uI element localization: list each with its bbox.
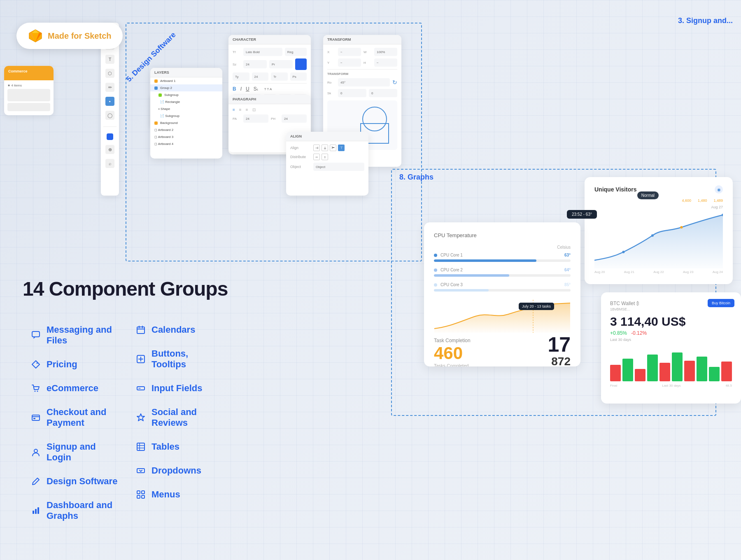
comp-buttons[interactable]: Buttons, Tooltips — [128, 343, 233, 376]
sketch-layers-panel: LAYERS Artboard 1 Group 2 Subgroup 📄 Rec… — [150, 68, 222, 159]
task-total-stat: 17 872 — [548, 334, 571, 366]
ecommerce-content: ★ 4 items — [4, 80, 54, 114]
visitor-stat-2: 1,480 — [698, 198, 707, 203]
btc-down: -0.12% — [631, 330, 647, 336]
input-field-icon — [136, 383, 146, 393]
comp-dropdowns[interactable]: Dropdowns — [128, 460, 233, 482]
comp-messaging-label: Messaging and Files — [47, 324, 119, 346]
chat-icon — [31, 330, 41, 340]
comp-tables-label: Tables — [151, 441, 179, 452]
comp-menus[interactable]: Menus — [128, 483, 233, 506]
sketch-badge-label: Made for Sketch — [48, 31, 111, 41]
para-header: PARAGRAPH — [228, 95, 311, 104]
panel-title: 14 Component Groups — [23, 278, 233, 300]
svg-point-6 — [651, 234, 654, 237]
btc-up: +0.85% — [610, 330, 627, 336]
ecommerce-header: Commerce — [4, 66, 54, 80]
visitors-card: Unique Visitors ◉ 4,600 1,480 1,489 Aug … — [585, 177, 733, 284]
svg-rect-39 — [142, 495, 144, 498]
svg-rect-36 — [137, 491, 140, 494]
comp-calendars[interactable]: Calendars — [128, 319, 233, 341]
svg-rect-29 — [137, 387, 144, 390]
comp-design[interactable]: Design Software — [23, 470, 128, 492]
cpu-core1-track — [434, 259, 571, 262]
cpu-title: CPU Temperature — [434, 232, 571, 238]
temperature-badge: 23:52 - 63° — [567, 210, 597, 219]
toolbar-text-icon: T — [105, 55, 114, 64]
comp-social[interactable]: Social and Reviews — [128, 401, 233, 434]
comp-signup-label: Signup and Login — [47, 441, 119, 463]
visitor-stat-1: 4,600 — [682, 198, 691, 203]
toolbar-rect-icon[interactable]: ▪ — [105, 97, 114, 106]
svg-point-7 — [680, 226, 683, 229]
btc-amount: 3 114,40 US$ — [610, 315, 732, 329]
july-tooltip: July 20 - 13 tasks — [519, 303, 554, 310]
layer-shape: ▪ Shape — [150, 105, 222, 112]
svg-rect-38 — [137, 495, 140, 498]
layer-artboard4: ◻ Artboard 4 — [150, 140, 222, 147]
comp-inputs[interactable]: Input Fields — [128, 377, 233, 399]
comp-messaging[interactable]: Messaging and Files — [23, 319, 128, 352]
cpu-core2-group: CPU Core 2 64° — [434, 268, 571, 277]
svg-point-12 — [37, 363, 38, 364]
graphs-section: 8. Graphs Unique Visitors ◉ 4,600 1,480 … — [391, 169, 741, 416]
comp-ecommerce-label: eCommerce — [47, 383, 98, 394]
visitors-chart — [594, 211, 723, 268]
svg-point-18 — [34, 449, 37, 453]
buy-bitcoin-button[interactable]: Buy Bitcoin — [708, 299, 734, 307]
svg-point-5 — [622, 251, 624, 253]
cpu-core2-label: CPU Core 2 64° — [434, 268, 571, 272]
comp-calendars-label: Calendars — [151, 324, 195, 335]
comp-tables[interactable]: Tables — [128, 436, 233, 458]
cpu-core1-label: CPU Core 1 63° — [434, 253, 571, 257]
toolbar-zoom-icon: ⊕ — [105, 145, 114, 154]
comp-pricing-label: Pricing — [47, 359, 77, 370]
component-col-right: Calendars Buttons, Tooltips — [128, 319, 233, 527]
svg-rect-20 — [35, 509, 37, 514]
layer-group2: Group 2 — [150, 84, 222, 91]
comp-buttons-label: Buttons, Tooltips — [151, 348, 224, 370]
toolbar-divider — [103, 126, 117, 127]
cpu-core1-group: CPU Core 1 63° — [434, 253, 571, 262]
comp-social-label: Social and Reviews — [151, 407, 224, 428]
svg-rect-17 — [33, 418, 35, 419]
tag-icon — [31, 359, 41, 369]
comp-design-label: Design Software — [47, 476, 117, 487]
eye-icon: ◉ — [715, 185, 723, 194]
comp-pricing[interactable]: Pricing — [23, 353, 128, 376]
layer-subgroup2: 📄 Subgroup — [150, 112, 222, 119]
cpu-temperature-card: CPU Temperature Celsius CPU Core 1 63° C… — [424, 222, 580, 366]
btc-time: Last 30 days — [610, 338, 732, 342]
svg-rect-19 — [33, 511, 34, 514]
layer-artboard2: ◻ Artboard 2 — [150, 126, 222, 133]
comp-signup[interactable]: Signup and Login — [23, 436, 128, 469]
btc-change: +0.85% -0.12% — [610, 330, 732, 336]
pen-icon — [31, 476, 41, 486]
comp-dashboard[interactable]: Dashboard and Graphs — [23, 494, 128, 527]
visitors-title: Unique Visitors — [594, 186, 636, 193]
svg-rect-37 — [142, 491, 144, 494]
layer-artboard3: ◻ Artboard 3 — [150, 133, 222, 140]
cpu-core3-track — [434, 289, 571, 292]
candle-chart — [610, 348, 732, 381]
toolbar-oval-icon: ◯ — [105, 111, 114, 120]
user-icon — [31, 447, 41, 457]
task-total: 872 — [548, 355, 571, 366]
comp-dropdowns-label: Dropdowns — [151, 465, 201, 476]
card-icon — [31, 413, 41, 422]
comp-checkout[interactable]: Checkout and Payment — [23, 401, 128, 434]
comp-inputs-label: Input Fields — [151, 383, 202, 394]
task-completion-area: July 20 - 13 tasks Task Completion 460 T… — [434, 300, 571, 366]
svg-rect-35 — [137, 469, 144, 473]
toolbar-pen-icon: ✏ — [105, 83, 114, 92]
visitor-stat-3: 1,489 — [713, 198, 723, 203]
comp-menus-label: Menus — [151, 489, 180, 500]
comp-ecommerce[interactable]: eCommerce — [23, 377, 128, 399]
cart-icon — [31, 383, 41, 393]
component-groups-panel: 14 Component Groups Messaging and Files — [0, 257, 255, 560]
aug-label: Aug 27 — [594, 205, 723, 209]
sketch-badge: Made for Sketch — [16, 23, 123, 49]
svg-point-14 — [37, 391, 38, 392]
svg-rect-15 — [32, 415, 40, 420]
design-software-section: 5. Design Software ✦ ◻ T ⬡ ✏ ▪ ◯ ⊕ ⌕ ☑ A… — [101, 23, 422, 261]
